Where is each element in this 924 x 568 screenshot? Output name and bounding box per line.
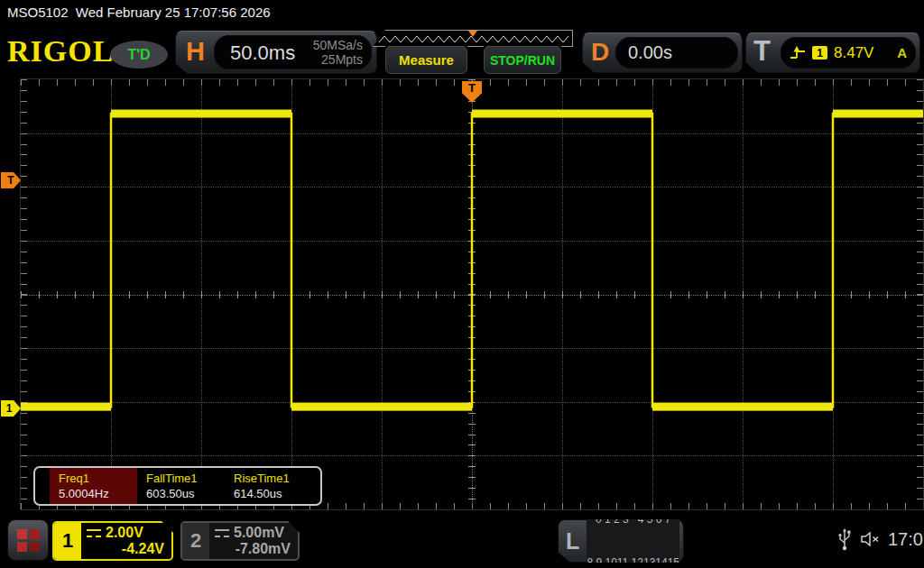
speaker-muted-icon <box>859 530 881 548</box>
delay-value: 0.00s <box>615 42 672 63</box>
overview-trigger-position-icon[interactable] <box>468 31 477 37</box>
stop-run-button[interactable]: STOP/RUN <box>484 46 561 74</box>
dc-coupling-icon <box>87 529 101 537</box>
menu-square <box>30 529 40 539</box>
measurement-value: 614.50us <box>234 486 312 502</box>
menu-square <box>17 529 27 539</box>
delay-pill: 0.00s <box>615 37 738 69</box>
channel2-values: 5.00mV -7.80mV <box>209 523 298 559</box>
trigger-level-marker[interactable]: T <box>1 172 21 188</box>
clock: 17:07 <box>888 529 924 550</box>
rigol-logo: RIGOL <box>7 36 114 67</box>
waveform-display-area: T T 1 Freq1 5.0004Hz FallTime1 603.50us … <box>21 79 923 509</box>
menu-square <box>30 542 40 552</box>
trigger-mode: A <box>897 45 907 60</box>
measurement-value: 5.0004Hz <box>59 486 137 502</box>
menu-square <box>17 542 27 552</box>
triggered-status-badge: T'D <box>110 41 168 69</box>
measurement-falltime1[interactable]: FallTime1 603.50us <box>137 468 225 504</box>
measurement-results-panel[interactable]: Freq1 5.0004Hz FallTime1 603.50us RiseTi… <box>33 466 322 506</box>
horizontal-timebase-block[interactable]: H 50.0ms 50MSa/s 25Mpts <box>175 31 377 74</box>
usb-icon <box>837 527 852 551</box>
channel1-offset: -4.24V <box>87 541 164 557</box>
status-icons: 17:07 <box>837 527 924 551</box>
channel1-number: 1 <box>54 523 81 559</box>
timebase-pill: 50.0ms 50MSa/s 25Mpts <box>214 35 372 69</box>
menu-grid-icon[interactable] <box>7 519 49 561</box>
measurement-freq1[interactable]: Freq1 5.0004Hz <box>50 468 137 504</box>
trigger-pill: 1 8.47V A <box>781 37 916 69</box>
channel2-scale: 5.00mV <box>234 525 284 541</box>
measurement-label: Freq1 <box>59 471 137 486</box>
trigger-label: T <box>753 35 771 68</box>
logic-row1: 0 1 2 3 4 5 6 7 <box>587 512 679 527</box>
delay-label: D <box>591 38 609 67</box>
measurement-risetime1[interactable]: RiseTime1 614.50us <box>225 468 312 504</box>
memory-depth: 25Mpts <box>313 52 363 67</box>
channel1-position-marker[interactable]: 1 <box>1 400 21 417</box>
rising-edge-trigger-icon <box>790 46 806 60</box>
measurement-label: FallTime1 <box>146 471 225 486</box>
horizontal-label: H <box>186 37 205 67</box>
measurement-value: 603.50us <box>146 486 225 502</box>
measurement-label: RiseTime1 <box>234 471 312 486</box>
model-and-datetime: MSO5102 Wed February 25 17:07:56 2026 <box>7 5 271 20</box>
channel1-values: 2.00V -4.24V <box>81 523 171 559</box>
channel2-status-block[interactable]: 2 5.00mV -7.80mV <box>180 521 300 561</box>
trigger-level-value: 8.47V <box>834 44 873 62</box>
dc-coupling-icon <box>215 529 229 537</box>
acquisition-info: 50MSa/s 25Mpts <box>313 38 363 67</box>
ch1-waveform-trace <box>21 79 923 513</box>
logic-row2: 8 9 1011 12131415 <box>587 555 679 568</box>
channel2-offset: -7.80mV <box>215 541 291 557</box>
channel2-number: 2 <box>182 523 209 559</box>
delay-block[interactable]: D 0.00s <box>582 32 743 73</box>
logic-label: L <box>559 528 587 554</box>
channel1-scale: 2.00V <box>106 525 143 541</box>
oscilloscope-screen: MSO5102 Wed February 25 17:07:56 2026 RI… <box>0 0 924 568</box>
trigger-block[interactable]: T 1 8.47V A <box>745 32 920 73</box>
logic-analyzer-block[interactable]: L 0 1 2 3 4 5 6 7 8 9 1011 12131415 <box>558 519 684 563</box>
sample-rate: 50MSa/s <box>313 38 363 52</box>
trigger-source-badge: 1 <box>812 46 827 60</box>
measure-button[interactable]: Measure <box>385 46 467 74</box>
timebase-value: 50.0ms <box>230 41 295 65</box>
channel1-status-block[interactable]: 1 2.00V -4.24V <box>52 521 173 561</box>
